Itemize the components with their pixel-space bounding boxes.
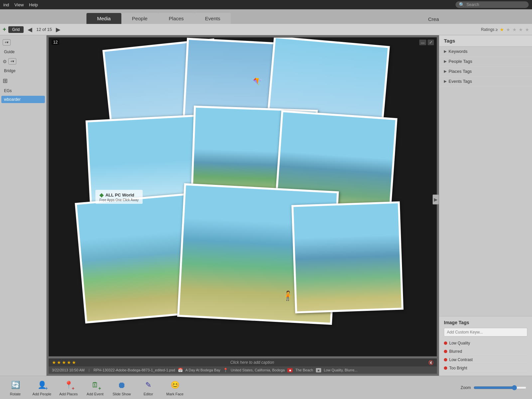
image-counter: 12 of 15 — [36, 27, 52, 32]
rotate-tool[interactable]: 🔄 Rotate — [5, 379, 25, 396]
sidebar-add-btn[interactable]: +▾ — [3, 39, 11, 46]
center-area: 🪁 — [47, 35, 439, 376]
viewer-controls: — ⤢ — [419, 40, 434, 45]
search-box: 🔍 — [456, 1, 529, 8]
star-empty-2: ★ — [506, 27, 510, 32]
image-tags-title: Image Tags — [444, 320, 527, 325]
image-tag-too-bright: Too Bright — [444, 364, 527, 372]
menu-item-help[interactable]: Help — [29, 2, 38, 7]
tab-people[interactable]: People — [121, 13, 158, 24]
sidebar-item-wboarder[interactable]: wboarder — [1, 96, 45, 103]
search-icon: 🔍 — [459, 2, 465, 7]
meta-bar: 3/22/2013 10:50 AM | RPH-130322-Adobe-Bo… — [49, 366, 437, 374]
sidebar-item-bridge[interactable]: Bridge — [1, 67, 45, 74]
prev-button[interactable]: ◀ — [26, 26, 34, 33]
sidebar-icon-grid: ⊞ — [3, 77, 8, 84]
keywords-tag-item[interactable]: ▶ Keywords — [439, 47, 532, 57]
add-event-icon: 🗓 + — [89, 379, 101, 391]
events-tags-label: Events Tags — [449, 79, 472, 84]
photo-number: 12 — [52, 40, 59, 45]
slideshow-icon: ⏺ — [116, 379, 128, 391]
main-content: +▾ Guide ⚙ +▾ Bridge ⊞ EGs wboarder — [0, 35, 532, 376]
keywords-label: Keywords — [449, 49, 467, 54]
add-button[interactable]: + — [3, 26, 6, 33]
menu-item-ind[interactable]: ind — [3, 2, 9, 7]
star-4: ★ — [67, 360, 71, 365]
places-tags-item[interactable]: ▶ Places Tags — [439, 66, 532, 76]
add-people-tool[interactable]: 👤 + Add People — [32, 379, 52, 396]
add-people-icon: 👤 + — [36, 379, 48, 391]
tag-blurred-label: Blurred — [449, 349, 462, 354]
star-filled-1: ★ — [500, 27, 504, 32]
photo-card-9 — [291, 201, 404, 314]
rating-stars: ★ ★ ★ ★ ★ — [52, 360, 76, 365]
image-tags-section: Image Tags Low Quality Blurred Low Contr… — [439, 316, 532, 376]
star-2: ★ — [57, 360, 61, 365]
ratings-label: Ratings ≥ — [481, 27, 498, 32]
slideshow-tool[interactable]: ⏺ Slide Show — [112, 379, 132, 396]
star-empty-3: ★ — [512, 27, 517, 32]
right-panel: Tags ▶ Keywords ▶ People Tags ▶ Places T… — [439, 35, 532, 376]
sidebar-add-row: +▾ — [1, 38, 45, 47]
image-tag-low-contrast: Low Contrast — [444, 356, 527, 364]
events-tags-item[interactable]: ▶ Events Tags — [439, 76, 532, 86]
tag-dot-3 — [444, 358, 447, 361]
viewer-minimize-btn[interactable]: — — [419, 40, 426, 45]
sub-toolbar: + Grid ◀ 12 of 15 ▶ Ratings ≥ ★ ★ ★ ★ ★ — [0, 24, 532, 35]
rotate-icon: 🔄 — [9, 379, 21, 391]
menu-item-view[interactable]: View — [14, 2, 24, 7]
pin-icon: 📍 — [223, 368, 228, 372]
star-3: ★ — [62, 360, 66, 365]
tab-events[interactable]: Events — [195, 13, 231, 24]
keywords-arrow: ▶ — [444, 49, 447, 54]
add-places-label: Add Places — [59, 392, 78, 396]
add-people-label: Add People — [33, 392, 52, 396]
tag-low-quality-label: Low Quality — [449, 341, 470, 345]
add-event-label: Add Event — [87, 392, 104, 396]
slideshow-label: Slide Show — [112, 392, 131, 396]
tag-too-bright-label: Too Bright — [449, 366, 467, 370]
search-input[interactable] — [466, 2, 523, 7]
people-tags-arrow: ▶ — [444, 59, 447, 64]
add-event-tool[interactable]: 🗓 + Add Event — [85, 379, 105, 396]
speaker-icon: 🔇 — [428, 360, 434, 365]
star-empty-4: ★ — [519, 27, 523, 32]
sidebar-item-guide[interactable]: Guide — [1, 48, 45, 56]
places-tags-arrow: ▶ — [444, 69, 447, 73]
viewer-expand-btn[interactable]: ⤢ — [428, 40, 434, 45]
tag-dot-4 — [444, 366, 447, 370]
editor-tool[interactable]: ✎ Editor — [138, 379, 158, 396]
star-empty-5: ★ — [525, 27, 529, 32]
star-5: ★ — [72, 360, 76, 365]
add-places-icon: 📍 + — [63, 379, 74, 391]
photo-collage: 🪁 — [49, 38, 437, 356]
tab-media[interactable]: Media — [86, 13, 121, 24]
filename-text: RPH-130322-Adobe-Bodega-8873-1_edited-1.… — [93, 368, 175, 372]
zoom-label: Zoom — [461, 385, 471, 390]
datetime-text: 3/22/2013 10:50 AM — [52, 368, 84, 372]
editor-icon: ✎ — [142, 379, 154, 391]
grid-button[interactable]: Grid — [8, 26, 24, 33]
zoom-section: Zoom — [461, 385, 527, 390]
beach-tag-icon: ■ — [287, 368, 293, 372]
watermark-logo: ◆ ALL PC World — [99, 192, 139, 198]
image-tag-blurred: Blurred — [444, 347, 527, 356]
image-caption[interactable]: Click here to add caption — [78, 360, 426, 365]
zoom-slider[interactable] — [473, 385, 527, 390]
calendar-icon: 📅 — [178, 368, 183, 372]
watermark-sub: Free Apps One Click Away — [99, 198, 139, 202]
next-button[interactable]: ▶ — [54, 26, 63, 33]
mark-face-label: Mark Face — [166, 392, 184, 396]
mark-face-tool[interactable]: 😊 Mark Face — [165, 379, 185, 396]
panel-expander[interactable]: ▶ — [433, 195, 439, 204]
sidebar-add-btn2[interactable]: +▾ — [8, 58, 16, 65]
sidebar-item-egs[interactable]: EGs — [1, 87, 45, 94]
people-tags-item[interactable]: ▶ People Tags — [439, 57, 532, 66]
mark-face-icon: 😊 — [169, 379, 181, 391]
add-places-tool[interactable]: 📍 + Add Places — [59, 379, 78, 396]
image-tag-low-quality: Low Quality — [444, 339, 527, 347]
tab-places[interactable]: Places — [158, 13, 195, 24]
keyword-input[interactable] — [444, 328, 527, 336]
star-1: ★ — [52, 360, 56, 365]
tab-create[interactable]: Crea — [428, 16, 439, 22]
